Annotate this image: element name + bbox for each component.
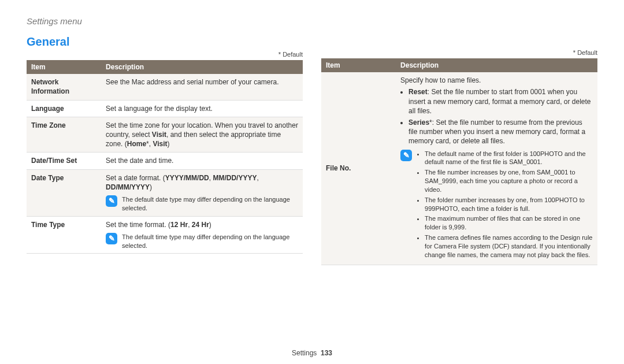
text-bold: 12 Hr [170, 221, 188, 229]
text-bold: Visit [152, 131, 166, 139]
text: Set the time format. ( [106, 221, 170, 229]
col-header-item: Item [321, 58, 396, 72]
default-note: * Default [27, 51, 303, 58]
text-bold: MM/DD/YYYY [213, 174, 257, 182]
text: : Set the file number to resume from the… [408, 118, 585, 145]
note-item: The default name of the first folder is … [425, 150, 593, 167]
text: Set a date format. ( [106, 174, 165, 182]
right-settings-table: Item Description File No. Specify how to… [321, 58, 597, 265]
desc-cell: See the Mac address and serial number of… [101, 74, 303, 100]
table-row: Language Set a language for the display … [27, 100, 303, 117]
note-list: The default name of the first folder is … [417, 150, 593, 261]
table-row: Time Type Set the time format. (12 Hr, 2… [27, 216, 303, 254]
text-bold: DD/MM/YYYY [106, 183, 150, 191]
right-column: * Default Item Description File No. Spec… [321, 29, 597, 344]
page-footer: Settings 133 [27, 344, 597, 357]
note-item: The folder number increases by one, from… [425, 196, 593, 213]
table-row: Date/Time Set Set the date and time. [27, 153, 303, 169]
intro-text: Specify how to name files. [400, 76, 593, 85]
desc-cell: Set the time format. (12 Hr, 24 Hr) ✎ Th… [101, 216, 303, 254]
item-cell: Language [27, 100, 101, 117]
note-item: The camera defines file names according … [425, 233, 593, 259]
breadcrumb: Settings menu [27, 16, 597, 26]
list-item: Reset: Set the file number to start from… [408, 87, 593, 116]
table-row: File No. Specify how to name files. Rese… [321, 72, 597, 265]
table-row: Date Type Set a date format. (YYYY/MM/DD… [27, 169, 303, 216]
note-text: The default time type may differ dependi… [122, 233, 298, 250]
item-cell: Date/Time Set [27, 153, 101, 169]
col-header-description: Description [396, 58, 597, 72]
footer-page-number: 133 [321, 349, 332, 357]
item-cell: File No. [321, 72, 396, 265]
item-cell: Date Type [27, 169, 101, 216]
text: ) [209, 221, 211, 229]
default-note: * Default [321, 49, 597, 56]
note-box: ✎ The default time type may differ depen… [106, 233, 298, 250]
item-cell: Time Type [27, 216, 101, 254]
note-icon: ✎ [106, 195, 117, 207]
text: *, [146, 140, 153, 148]
table-row: Time Zone Set the time zone for your loc… [27, 117, 303, 153]
note-item: The file number increases by one, from S… [425, 168, 593, 194]
note-text: The default date type may differ dependi… [122, 195, 298, 213]
text: : Set the file number to start from 0001… [408, 88, 590, 114]
note-box: ✎ The default date type may differ depen… [106, 195, 298, 213]
left-settings-table: Item Description Network Information See… [27, 60, 303, 254]
text-bold: 24 Hr [192, 221, 209, 229]
desc-cell: Set the date and time. [101, 153, 303, 169]
table-header-row: Item Description [27, 60, 303, 74]
page: Settings menu General * Default Item Des… [0, 0, 624, 364]
desc-cell: Set the time zone for your location. Whe… [101, 117, 303, 153]
desc-cell: Set a language for the display text. [101, 100, 303, 117]
text-bold: Home [127, 140, 146, 148]
text: ) [168, 140, 170, 148]
section-heading: General [27, 35, 303, 49]
note-icon: ✎ [400, 150, 412, 161]
text-bold: Visit [153, 140, 167, 148]
list-item: Series*: Set the file number to resume f… [408, 118, 593, 146]
table-row: Network Information See the Mac address … [27, 74, 303, 100]
text: , [257, 174, 258, 182]
text: ) [150, 183, 152, 191]
text-bold: YYYY/MM/DD [165, 174, 209, 182]
item-cell: Time Zone [27, 117, 101, 153]
option-list: Reset: Set the file number to start from… [400, 87, 593, 146]
table-header-row: Item Description [321, 58, 597, 72]
content-columns: General * Default Item Description Netwo… [27, 29, 597, 344]
note-box: ✎ The default name of the first folder i… [400, 150, 593, 261]
col-header-description: Description [101, 60, 303, 74]
desc-cell: Set a date format. (YYYY/MM/DD, MM/DD/YY… [101, 169, 303, 216]
item-cell: Network Information [27, 74, 101, 100]
footer-section: Settings [292, 349, 317, 357]
desc-cell: Specify how to name files. Reset: Set th… [396, 72, 597, 265]
option-label: Series [408, 118, 429, 127]
left-column: General * Default Item Description Netwo… [27, 29, 303, 344]
col-header-item: Item [27, 60, 101, 74]
option-label: Reset [408, 88, 428, 96]
note-item: The maximum number of files that can be … [425, 214, 593, 232]
note-icon: ✎ [106, 233, 117, 244]
text: , [188, 221, 192, 229]
